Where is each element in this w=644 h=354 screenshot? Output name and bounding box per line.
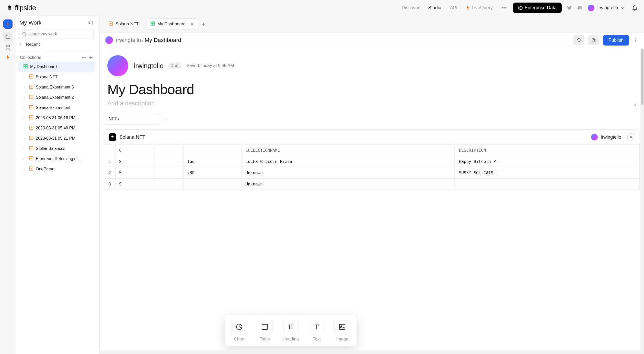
- table-row[interactable]: 2SxBPUnknownSUSSY SOL CATS i: [104, 167, 640, 179]
- tree-item[interactable]: ›Solana NFT: [18, 72, 95, 82]
- breadcrumb-title: My Dashboard: [145, 37, 181, 43]
- nav-more[interactable]: •••: [501, 5, 507, 11]
- dashboard-tab-nfts[interactable]: NFTs: [104, 113, 160, 125]
- more-actions-button[interactable]: ⋮: [633, 37, 638, 43]
- table-cell: [154, 156, 183, 167]
- widget-close-button[interactable]: [627, 133, 635, 141]
- resize-handle-icon[interactable]: [633, 103, 636, 106]
- brand-name: flipside: [15, 4, 36, 12]
- svg-point-2: [6, 45, 10, 47]
- sidebar-recent[interactable]: › Recent: [18, 39, 95, 50]
- tree-item[interactable]: ›2023-08-31 05:49 PM: [18, 123, 95, 133]
- collections-tree: My Dashboard›Solana NFT›Solana Experimen…: [18, 62, 95, 174]
- nav-studio[interactable]: Studio: [428, 5, 441, 10]
- tree-item[interactable]: ›Solana Experiment 3: [18, 82, 95, 92]
- insert-chart-button[interactable]: Chart: [232, 320, 247, 342]
- query-icon: [29, 115, 33, 120]
- nav-discover[interactable]: Discover: [402, 5, 420, 10]
- tree-item[interactable]: ›2023-08-31 06:16 PM: [18, 113, 95, 123]
- add-collection-icon[interactable]: [89, 56, 93, 60]
- svg-rect-23: [153, 24, 155, 25]
- chevron-right-icon: ›: [24, 106, 27, 109]
- collections-more[interactable]: •••: [82, 55, 86, 60]
- scrollbar-vertical[interactable]: [640, 48, 644, 354]
- chevron-right-icon: ›: [24, 167, 27, 171]
- new-button[interactable]: [3, 19, 13, 29]
- collapse-sidebar-icon[interactable]: [88, 21, 93, 25]
- add-dashboard-tab-button[interactable]: +: [164, 115, 168, 123]
- top-nav: flipside Discover Studio API LiveQuery •…: [0, 0, 644, 16]
- tree-item[interactable]: ›Solana Experiment: [18, 103, 95, 113]
- main-area: Solana NFTMy Dashboard✕ + irwingtello / …: [100, 16, 644, 354]
- svg-point-31: [341, 326, 342, 327]
- user-menu[interactable]: irwingtello: [588, 5, 625, 11]
- widget-user-avatar-icon: [591, 134, 598, 140]
- insert-table-button[interactable]: Table: [257, 320, 272, 342]
- query-icon: [29, 136, 33, 141]
- tree-item-label: OneParam: [36, 167, 55, 171]
- svg-rect-25: [593, 39, 595, 42]
- publish-button[interactable]: Publish: [603, 35, 629, 46]
- query-icon: [29, 156, 33, 161]
- svg-rect-20: [151, 22, 153, 23]
- insert-text-button[interactable]: T Text: [309, 320, 324, 342]
- database-button[interactable]: [5, 45, 10, 51]
- scrollbar-horizontal[interactable]: [100, 350, 640, 354]
- folder-icon: [6, 35, 10, 39]
- table-header: C: [116, 145, 154, 156]
- add-tab-button[interactable]: +: [202, 20, 205, 28]
- database-icon: [5, 45, 10, 50]
- saved-timestamp: Saved: today at 9:45 AM: [187, 63, 234, 68]
- discord-icon[interactable]: [577, 5, 583, 11]
- query-icon: [29, 146, 33, 151]
- svg-point-3: [23, 32, 26, 35]
- tree-item[interactable]: ›OneParam: [18, 164, 95, 174]
- tab-close-button[interactable]: ✕: [190, 21, 194, 27]
- sidebar-title: My Work: [19, 19, 41, 26]
- tree-item[interactable]: My Dashboard: [18, 62, 95, 72]
- table-cell: 3: [104, 179, 116, 190]
- dashboard-title[interactable]: My Dashboard: [100, 78, 644, 98]
- files-button[interactable]: [3, 32, 13, 41]
- table-cell: 1: [104, 156, 116, 167]
- svg-rect-24: [592, 39, 594, 41]
- table-cell: [154, 179, 183, 190]
- tree-item[interactable]: ›Solana Experiment 2: [18, 92, 95, 103]
- refresh-icon: [577, 38, 581, 42]
- dashboard-description[interactable]: Add a description: [100, 98, 644, 108]
- file-tab[interactable]: My Dashboard✕: [146, 18, 198, 30]
- table-cell: S: [116, 179, 154, 190]
- bolt-icon: [466, 6, 470, 10]
- refresh-button[interactable]: [573, 35, 584, 45]
- search-input[interactable]: [28, 32, 90, 36]
- dashboard-owner-avatar: [107, 55, 128, 76]
- copy-button[interactable]: [588, 35, 599, 45]
- tree-item[interactable]: ›Stellar Balances: [18, 143, 95, 154]
- enterprise-data-button[interactable]: Enterprise Data: [513, 3, 562, 13]
- nav-livequery[interactable]: LiveQuery: [466, 5, 493, 10]
- table-header: DESCRIPTION: [455, 145, 639, 156]
- table-row[interactable]: 1SfboLucha Bitcoin PizzaHappy Bitcoin Pi: [104, 156, 640, 167]
- tree-item[interactable]: ›2023-08-31 05:21 PM: [18, 133, 95, 143]
- bell-icon[interactable]: [632, 5, 637, 11]
- query-icon: [29, 167, 33, 172]
- tree-item-label: 2023-08-31 05:21 PM: [36, 136, 75, 141]
- insert-image-button[interactable]: Image: [335, 320, 350, 342]
- tree-item[interactable]: ›Ethereum:Retrieving nf...: [18, 154, 95, 164]
- svg-rect-22: [151, 24, 153, 25]
- search-box[interactable]: [19, 29, 94, 39]
- sidebar: My Work › Recent Collections ••• My Dash…: [16, 16, 100, 354]
- breadcrumb-owner[interactable]: irwingtello: [116, 37, 141, 43]
- tab-label: My Dashboard: [157, 21, 186, 27]
- insert-heading-button[interactable]: H Heading: [283, 320, 299, 342]
- twitter-icon[interactable]: [567, 5, 572, 11]
- widget-user-name: irwingtello: [601, 135, 621, 140]
- chevron-right-icon: ›: [24, 85, 27, 89]
- brand-logo[interactable]: flipside: [7, 4, 36, 12]
- chevron-right-icon: ›: [24, 147, 27, 150]
- chevron-right-icon: ›: [24, 137, 27, 140]
- livequery-rail-button[interactable]: [6, 55, 10, 61]
- file-tab[interactable]: Solana NFT: [105, 18, 143, 30]
- table-row[interactable]: 3SUnknown: [104, 179, 640, 190]
- nav-api[interactable]: API: [450, 5, 457, 10]
